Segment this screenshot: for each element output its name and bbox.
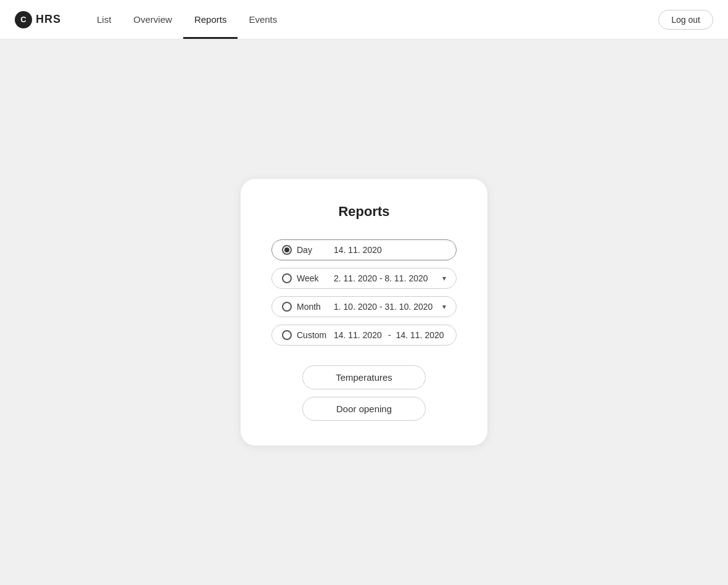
door-opening-button[interactable]: Door opening (302, 397, 426, 421)
month-select[interactable]: 1. 10. 2020 - 31. 10. 2020 (334, 302, 440, 312)
week-select-wrapper: 2. 11. 2020 - 8. 11. 2020 ▾ (334, 273, 446, 283)
logout-button[interactable]: Log out (658, 10, 713, 30)
option-label-month: Month (297, 302, 329, 312)
action-buttons: Temperatures Door opening (271, 365, 457, 421)
card-title: Reports (271, 204, 457, 220)
header: C HRS List Overview Reports Events Log o… (0, 0, 728, 39)
chevron-down-icon: ▾ (442, 274, 446, 283)
option-row-day[interactable]: Day 14. 11. 2020 (271, 239, 457, 260)
logo-area: C HRS (15, 11, 61, 28)
date-separator: - (388, 330, 391, 340)
custom-dates: - (334, 330, 446, 340)
reports-card: Reports Day 14. 11. 2020 Week 2. 11. 202… (241, 179, 487, 446)
radio-day[interactable] (282, 245, 292, 255)
nav: List Overview Reports Events (86, 0, 288, 39)
month-select-wrapper: 1. 10. 2020 - 31. 10. 2020 ▾ (334, 302, 446, 312)
main-content: Reports Day 14. 11. 2020 Week 2. 11. 202… (0, 39, 728, 585)
option-label-week: Week (297, 273, 329, 283)
radio-month[interactable] (282, 302, 292, 312)
nav-item-overview[interactable]: Overview (122, 0, 183, 39)
chevron-down-icon-month: ▾ (442, 302, 446, 311)
radio-week[interactable] (282, 273, 292, 283)
nav-item-reports[interactable]: Reports (183, 0, 238, 39)
option-value-day: 14. 11. 2020 (334, 245, 446, 255)
custom-date-to[interactable] (396, 330, 445, 340)
custom-date-from[interactable] (334, 330, 383, 340)
temperatures-button[interactable]: Temperatures (302, 365, 426, 389)
option-label-day: Day (297, 245, 329, 255)
option-row-week[interactable]: Week 2. 11. 2020 - 8. 11. 2020 ▾ (271, 268, 457, 289)
option-row-custom[interactable]: Custom - (271, 325, 457, 346)
options-list: Day 14. 11. 2020 Week 2. 11. 2020 - 8. 1… (271, 239, 457, 346)
option-label-custom: Custom (297, 330, 329, 340)
option-row-month[interactable]: Month 1. 10. 2020 - 31. 10. 2020 ▾ (271, 296, 457, 317)
nav-item-events[interactable]: Events (238, 0, 288, 39)
logo-text: HRS (36, 13, 61, 26)
radio-custom[interactable] (282, 330, 292, 340)
nav-item-list[interactable]: List (86, 0, 122, 39)
logo-icon: C (15, 11, 32, 28)
week-select[interactable]: 2. 11. 2020 - 8. 11. 2020 (334, 273, 440, 283)
